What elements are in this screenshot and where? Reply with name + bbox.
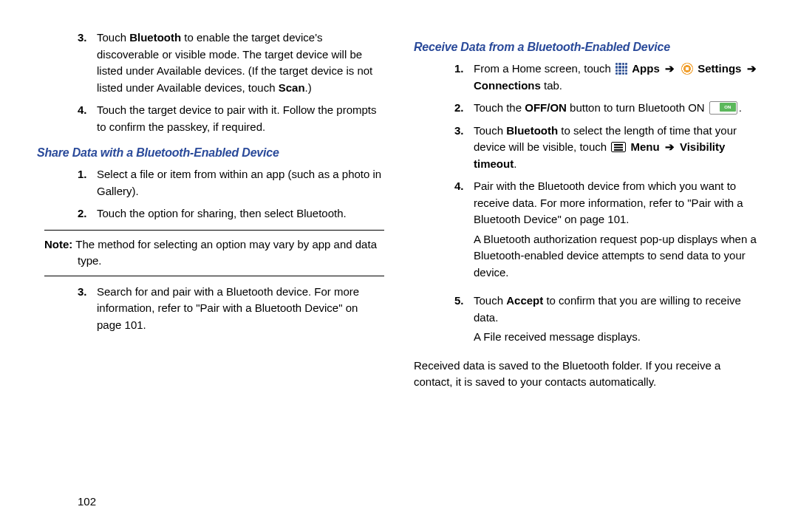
left-column: 3. Touch Bluetooth to enable the target … (37, 30, 384, 397)
numbered-steps: 3. Touch Bluetooth to enable the target … (37, 30, 384, 135)
receive-step-1: 1. From a Home screen, touch Apps ➔ Sett… (454, 61, 761, 94)
step-number: 3. (78, 284, 97, 334)
receive-steps: 1. From a Home screen, touch Apps ➔ Sett… (414, 61, 761, 352)
step-number: 3. (78, 30, 97, 96)
receive-step-3: 3. Touch Bluetooth to select the length … (454, 123, 761, 173)
right-column: Receive Data from a Bluetooth-Enabled De… (414, 30, 761, 397)
step-text: Select a file or item from within an app… (97, 166, 384, 200)
share-step-3: 3. Search for and pair with a Bluetooth … (78, 284, 384, 334)
settings-icon (681, 63, 693, 75)
step-text: Search for and pair with a Bluetooth dev… (97, 284, 384, 334)
receive-step-2: 2. Touch the OFF/ON button to turn Bluet… (454, 100, 761, 117)
receive-step-4: 4. Pair with the Bluetooth device from w… (454, 178, 761, 287)
arrow-icon: ➔ (665, 61, 675, 78)
step-continuation: A File received message displays. (474, 329, 761, 346)
step-3: 3. Touch Bluetooth to enable the target … (78, 30, 384, 96)
page-number: 102 (78, 494, 96, 511)
note-text: The method for selecting an option may v… (72, 238, 377, 267)
arrow-icon: ➔ (747, 61, 757, 78)
step-number: 1. (78, 166, 97, 200)
step-number: 3. (454, 123, 474, 173)
step-number: 1. (454, 61, 474, 94)
step-text: Touch the target device to pair with it.… (97, 102, 384, 135)
step-number: 2. (78, 205, 97, 222)
two-column-layout: 3. Touch Bluetooth to enable the target … (37, 30, 761, 397)
arrow-icon: ➔ (665, 139, 675, 156)
step-number: 5. (454, 293, 474, 352)
note-box: Note: The method for selecting an option… (44, 230, 384, 276)
step-number: 4. (454, 178, 474, 287)
menu-icon (611, 142, 626, 152)
step-number: 2. (454, 100, 474, 117)
step-4: 4. Touch the target device to pair with … (78, 102, 384, 135)
share-steps: 1. Select a file or item from within an … (37, 166, 384, 222)
share-step-2: 2. Touch the option for sharing, then se… (78, 205, 384, 222)
share-steps-continued: 3. Search for and pair with a Bluetooth … (37, 284, 384, 334)
step-continuation: A Bluetooth authorization request pop-up… (474, 231, 761, 282)
step-text: Pair with the Bluetooth device from whic… (474, 178, 761, 287)
share-step-1: 1. Select a file or item from within an … (78, 166, 384, 200)
step-text: Touch Bluetooth to enable the target dev… (97, 30, 384, 96)
step-text: Touch Bluetooth to select the length of … (474, 123, 761, 173)
receive-data-heading: Receive Data from a Bluetooth-Enabled De… (414, 38, 761, 56)
step-number: 4. (78, 102, 97, 135)
share-data-heading: Share Data with a Bluetooth-Enabled Devi… (37, 144, 384, 162)
receive-step-5: 5. Touch Accept to confirm that you are … (454, 293, 761, 352)
note-label: Note: (44, 238, 72, 250)
step-text: From a Home screen, touch Apps ➔ Setting… (474, 61, 761, 94)
step-text: Touch the OFF/ON button to turn Bluetoot… (474, 100, 761, 117)
closing-paragraph: Received data is saved to the Bluetooth … (414, 358, 761, 391)
apps-icon (615, 63, 627, 75)
toggle-on-icon: ON (709, 101, 737, 115)
step-text: Touch the option for sharing, then selec… (97, 205, 384, 222)
step-text: Touch Accept to confirm that you are wil… (474, 293, 761, 352)
